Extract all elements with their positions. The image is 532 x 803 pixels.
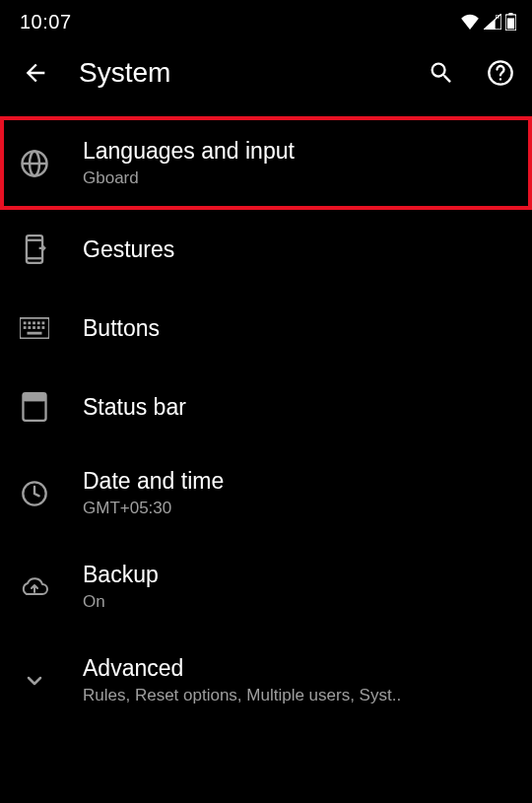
svg-rect-17 [42, 321, 45, 324]
keyboard-icon [20, 313, 49, 343]
status-bar-icon [20, 392, 49, 422]
svg-rect-2 [508, 13, 513, 15]
status-icons: R [460, 13, 516, 31]
backup-item[interactable]: Backup On [0, 540, 532, 634]
gestures-item[interactable]: Gestures [0, 210, 532, 289]
item-title: Backup [83, 562, 512, 588]
back-button[interactable] [20, 57, 51, 89]
item-title: Languages and input [83, 138, 512, 165]
help-icon [487, 59, 514, 87]
help-button[interactable] [485, 57, 516, 89]
svg-rect-21 [37, 326, 40, 329]
search-button[interactable] [426, 57, 457, 89]
globe-icon [20, 149, 49, 178]
item-title: Gestures [83, 236, 512, 263]
item-subtitle: GMT+05:30 [83, 499, 512, 518]
date-time-item[interactable]: Date and time GMT+05:30 [0, 446, 532, 540]
svg-point-5 [499, 78, 501, 80]
svg-rect-16 [37, 321, 40, 324]
svg-rect-14 [28, 321, 31, 324]
svg-rect-19 [28, 326, 31, 329]
svg-rect-18 [24, 326, 27, 329]
item-subtitle: Rules, Reset options, Multiple users, Sy… [83, 686, 512, 705]
app-bar: System [0, 39, 532, 106]
item-subtitle: On [83, 592, 512, 612]
item-subtitle: Gboard [83, 168, 512, 188]
svg-text:R: R [496, 14, 500, 20]
status-bar: 10:07 R [0, 0, 532, 39]
page-title: System [79, 57, 398, 89]
svg-rect-13 [24, 321, 27, 324]
buttons-item[interactable]: Buttons [0, 289, 532, 368]
wifi-icon [460, 14, 480, 30]
languages-and-input-item[interactable]: Languages and input Gboard [0, 116, 532, 210]
arrow-back-icon [22, 59, 49, 87]
battery-icon [505, 13, 516, 31]
svg-rect-15 [33, 321, 35, 324]
svg-rect-20 [33, 326, 35, 329]
item-title: Buttons [83, 315, 512, 342]
status-time: 10:07 [20, 11, 72, 33]
svg-rect-26 [23, 399, 45, 401]
cloud-upload-icon [20, 572, 49, 602]
search-icon [428, 59, 455, 87]
item-title: Status bar [83, 394, 512, 421]
status-bar-item[interactable]: Status bar [0, 368, 532, 446]
clock-icon [20, 479, 49, 508]
settings-list: Languages and input Gboard Gestures [0, 116, 532, 727]
signal-icon: R [484, 14, 501, 30]
svg-rect-3 [507, 18, 514, 29]
svg-rect-22 [42, 326, 45, 329]
chevron-down-icon [20, 666, 49, 696]
item-title: Date and time [83, 468, 512, 495]
gestures-icon [20, 234, 49, 264]
svg-rect-23 [28, 332, 42, 335]
item-title: Advanced [83, 655, 512, 682]
advanced-item[interactable]: Advanced Rules, Reset options, Multiple … [0, 634, 532, 727]
